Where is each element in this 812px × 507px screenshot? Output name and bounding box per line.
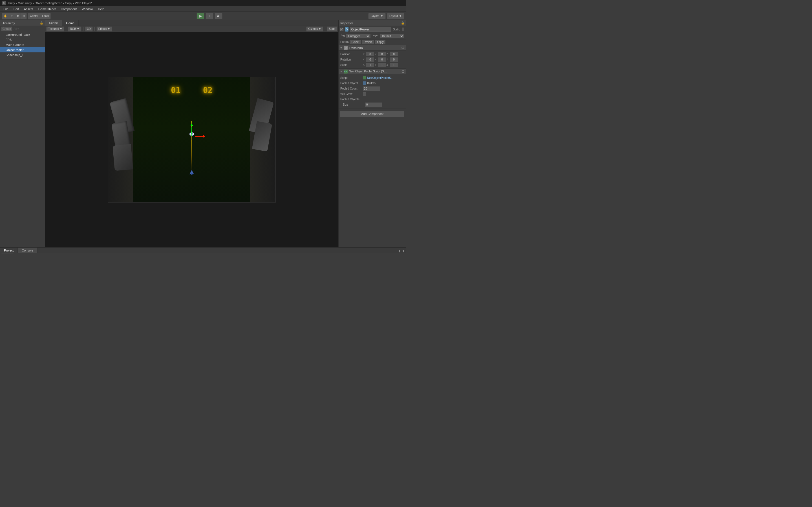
pooled-object-label: Pooled Object [340, 82, 363, 85]
move-tool[interactable]: ✛ [9, 13, 15, 19]
object-name-input[interactable] [350, 27, 391, 32]
layers-dropdown[interactable]: Layers ▼ [368, 13, 386, 19]
hierarchy-item-fps[interactable]: FPS [0, 37, 45, 42]
unity-icon: U [2, 1, 6, 5]
menu-assets[interactable]: Assets [22, 7, 36, 11]
transform-menu-icon[interactable]: ⚙ [401, 46, 405, 50]
script-label: Script [340, 76, 363, 79]
menu-edit[interactable]: Edit [11, 7, 21, 11]
project-tab[interactable]: Project [0, 247, 18, 253]
pooled-count-input[interactable] [363, 87, 380, 91]
layer-dropdown[interactable]: Default [380, 34, 404, 38]
stats-btn[interactable]: Stats [327, 26, 337, 32]
transform-fold-icon: ▼ [340, 46, 343, 49]
scene-tab[interactable]: Scene [45, 20, 62, 25]
effects-btn[interactable]: Effects ▼ [96, 26, 112, 32]
score-display: 01 02 [171, 86, 212, 95]
rotation-z[interactable] [390, 57, 398, 62]
pooled-object-icon [363, 81, 366, 85]
pause-button[interactable]: ⏸ [206, 13, 213, 19]
static-checkbox[interactable] [402, 27, 404, 31]
rotation-y[interactable] [378, 57, 386, 62]
rgb-btn[interactable]: RGB ▼ [68, 26, 82, 32]
gizmos-btn[interactable]: Gizmos ▼ [306, 26, 323, 32]
pooled-object-ref: Bullets [363, 81, 404, 85]
scale-y[interactable] [378, 63, 386, 67]
console-tab[interactable]: Console [18, 247, 37, 253]
tag-dropdown[interactable]: Untagged [346, 34, 370, 38]
center-btn[interactable]: Center [28, 13, 40, 19]
will-grow-checkbox[interactable] [363, 92, 366, 96]
pooled-count-row: Pooled Count [340, 86, 404, 91]
transform-tools: ✋ ✛ ↻ ⊞ [2, 13, 27, 19]
object-icon: O [345, 27, 349, 32]
local-btn[interactable]: Local [40, 13, 50, 19]
pivot-tools: Center Local [28, 13, 51, 19]
playback-controls: ▶ ⏸ ⏭ [52, 13, 367, 19]
prefab-apply-btn[interactable]: Apply [375, 40, 386, 44]
gizmo-arrow-head [190, 123, 193, 126]
left-wall [108, 77, 133, 202]
menu-window[interactable]: Window [80, 7, 95, 11]
prefab-select-btn[interactable]: Select [350, 40, 361, 44]
play-button[interactable]: ▶ [197, 13, 204, 19]
hierarchy-item-main-camera[interactable]: Main Camera [0, 42, 45, 47]
rotation-x[interactable] [366, 57, 374, 62]
hierarchy-create-btn[interactable]: Create [1, 26, 12, 31]
menu-help[interactable]: Help [96, 7, 107, 11]
script-fold-icon: ▼ [340, 70, 343, 73]
step-button[interactable]: ⏭ [214, 13, 222, 19]
hierarchy-toolbar: Create All ▾ [0, 26, 45, 32]
transform-component-header[interactable]: ▼ ⊞ Transform ⚙ [339, 45, 406, 51]
prefab-revert-btn[interactable]: Revert [362, 40, 373, 44]
transform-body: Position X Y Z Rotation X Y Z [339, 51, 406, 69]
rotation-row: Rotation X Y Z [340, 57, 404, 62]
scale-xyz: X Y Z [363, 63, 398, 67]
position-row: Position X Y Z [340, 52, 404, 57]
hierarchy-item-background_back[interactable]: background_back [0, 32, 45, 37]
game-tab[interactable]: Game [62, 20, 79, 25]
position-y[interactable] [378, 52, 386, 56]
pooled-objects-row: Pooled Objects [340, 97, 404, 102]
window-title: Unity - Main.unity - ObjectPoolingDemo -… [8, 1, 92, 5]
layer-label: Layer [371, 34, 378, 38]
object-active-checkbox[interactable]: ✓ [340, 27, 343, 31]
script-menu-icon[interactable]: ⚙ [401, 69, 405, 74]
collapse-icon[interactable]: ⬇ [398, 249, 401, 253]
expand-icon[interactable]: ⬆ [402, 249, 405, 253]
prefab-label: Prefab [340, 41, 349, 44]
size-row: Size [340, 102, 404, 107]
scale-z[interactable] [390, 63, 398, 67]
hierarchy-item-spaceship[interactable]: Spaceship_1 [0, 52, 45, 57]
pooled-object-value: Bullets [367, 82, 375, 85]
bottom-panel: Project Console ⬇ ⬆ Create 🔍 ⊟ ≡ ▶ Favor… [0, 247, 406, 253]
game-view[interactable]: 01 02 [45, 32, 338, 247]
position-x[interactable] [366, 52, 374, 56]
position-z[interactable] [390, 52, 398, 56]
size-input[interactable] [365, 103, 382, 107]
hand-tool[interactable]: ✋ [2, 13, 9, 19]
toolbar-sep-3 [94, 27, 95, 31]
script-component-header[interactable]: ▼ C# New Object Pooler Script (Sc... ⚙ [339, 69, 406, 74]
add-component-button[interactable]: Add Component [340, 111, 404, 117]
project-create-btn[interactable]: Create [1, 253, 13, 253]
textured-btn[interactable]: Textured ▼ [46, 26, 64, 32]
layout-dropdown[interactable]: Layout ▼ [387, 13, 404, 19]
position-xyz: X Y Z [363, 52, 398, 56]
rotate-tool[interactable]: ↻ [15, 13, 21, 19]
menu-component[interactable]: Component [58, 7, 79, 11]
hierarchy-panel: Hierarchy 🔒 Create All ▾ background_back… [0, 20, 45, 247]
game-view-toolbar: Textured ▼ RGB ▼ 3D Effects ▼ Gizmos ▼ [45, 26, 338, 32]
menu-gameobject[interactable]: GameObject [36, 7, 58, 11]
menu-file[interactable]: File [1, 7, 11, 11]
3d-btn[interactable]: 3D [85, 26, 93, 32]
transform-icon: ⊞ [344, 46, 348, 50]
scale-label: Scale [340, 63, 363, 66]
hierarchy-item-objectpooler[interactable]: ObjectPooler [0, 47, 45, 52]
will-grow-row: Will Grow [340, 91, 404, 96]
scale-x[interactable] [366, 63, 374, 67]
scale-tool[interactable]: ⊞ [21, 13, 27, 19]
scale-row: Scale X Y Z [340, 62, 404, 67]
script-body: Script NewObjectPoolerS... Pooled Object… [339, 74, 406, 108]
toolbar: ✋ ✛ ↻ ⊞ Center Local ▶ ⏸ ⏭ Layers ▼ Layo… [0, 12, 406, 20]
